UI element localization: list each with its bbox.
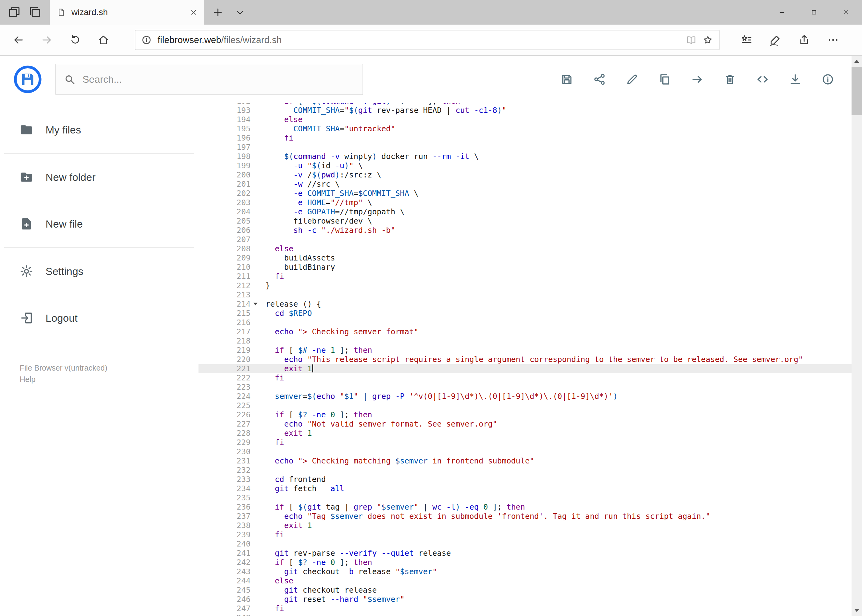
scroll-thumb[interactable] xyxy=(851,68,862,115)
code-line-193[interactable]: 193 COMMIT_SHA="$(git rev-parse HEAD | c… xyxy=(199,106,851,115)
code-line-236[interactable]: 236 if [ $(git tag | grep "$semver" | wc… xyxy=(199,503,851,512)
code-line-210[interactable]: 210 buildBinary xyxy=(199,262,851,272)
code-line-243[interactable]: 243 git checkout -b release "$semver" xyxy=(199,567,851,576)
move-button[interactable] xyxy=(691,73,704,86)
code-line-237[interactable]: 237 echo "Tag $semver does not exist in … xyxy=(199,512,851,521)
rename-button[interactable] xyxy=(626,73,638,86)
download-button[interactable] xyxy=(789,73,802,86)
code-line-238[interactable]: 238 exit 1 xyxy=(199,521,851,530)
code-line-232[interactable]: 232 xyxy=(199,466,851,475)
code-line-221[interactable]: 221 exit 1 xyxy=(199,364,851,373)
home-button[interactable] xyxy=(89,28,118,51)
code-line-207[interactable]: 207 xyxy=(199,235,851,244)
code-line-226[interactable]: 226 if [ $? -ne 0 ]; then xyxy=(199,410,851,420)
sidebar-item-new-file[interactable]: New file xyxy=(0,201,199,247)
code-line-211[interactable]: 211 fi xyxy=(199,272,851,281)
close-window-button[interactable] xyxy=(830,0,862,25)
tab-close-button[interactable] xyxy=(189,8,198,16)
back-button[interactable] xyxy=(4,28,33,51)
code-line-203[interactable]: 203 -e HOME="//tmp" \ xyxy=(199,198,851,207)
code-line-244[interactable]: 244 else xyxy=(199,576,851,586)
code-line-199[interactable]: 199 -u "$(id -u)" \ xyxy=(199,161,851,170)
code-editor[interactable]: 192 if [ "$(command -v git)" != "" ]; th… xyxy=(199,103,851,616)
sidebar-item-my-files[interactable]: My files xyxy=(0,107,199,153)
code-line-215[interactable]: 215 cd $REPO xyxy=(199,309,851,318)
browser-tab[interactable]: wizard.sh xyxy=(50,0,204,25)
sidebar-item-new-folder[interactable]: New folder xyxy=(0,154,199,201)
more-options-button[interactable] xyxy=(827,34,839,46)
code-line-235[interactable]: 235 xyxy=(199,493,851,503)
info-button[interactable] xyxy=(821,73,834,86)
code-line-192[interactable]: 192 if [ "$(command -v git)" != "" ]; th… xyxy=(199,103,851,106)
code-line-229[interactable]: 229 fi xyxy=(199,438,851,447)
help-link[interactable]: Help xyxy=(20,374,199,385)
code-line-231[interactable]: 231 echo "> Checking matching $semver in… xyxy=(199,456,851,466)
code-line-214[interactable]: 214release () { xyxy=(199,300,851,309)
code-line-217[interactable]: 217 echo "> Checking semver format" xyxy=(199,327,851,336)
code-line-196[interactable]: 196 fi xyxy=(199,134,851,143)
code-line-234[interactable]: 234 git fetch --all xyxy=(199,484,851,493)
minimize-button[interactable] xyxy=(766,0,798,25)
code-line-228[interactable]: 228 exit 1 xyxy=(199,429,851,438)
code-line-209[interactable]: 209 buildAssets xyxy=(199,253,851,262)
maximize-button[interactable] xyxy=(798,0,830,25)
code-line-227[interactable]: 227 echo "Not valid semver format. See s… xyxy=(199,420,851,429)
favorites-hub-button[interactable] xyxy=(740,34,752,46)
code-line-233[interactable]: 233 cd frontend xyxy=(199,475,851,484)
site-info-icon[interactable] xyxy=(141,35,152,46)
fold-marker-icon[interactable] xyxy=(253,303,258,305)
scrollbar[interactable] xyxy=(851,56,862,616)
code-line-194[interactable]: 194 else xyxy=(199,115,851,124)
code-line-204[interactable]: 204 -e GOPATH=//tmp/gopath \ xyxy=(199,207,851,217)
code-line-222[interactable]: 222 fi xyxy=(199,373,851,383)
code-line-198[interactable]: 198 $(command -v winpty) docker run --rm… xyxy=(199,152,851,161)
share-page-button[interactable] xyxy=(798,34,810,46)
share-button[interactable] xyxy=(593,73,606,86)
code-line-216[interactable]: 216 xyxy=(199,318,851,327)
code-line-230[interactable]: 230 xyxy=(199,447,851,456)
code-line-240[interactable]: 240 xyxy=(199,539,851,548)
reading-view-button[interactable] xyxy=(686,35,697,46)
tab-preview-toggle[interactable] xyxy=(234,6,246,18)
code-line-218[interactable]: 218 xyxy=(199,336,851,346)
refresh-button[interactable] xyxy=(61,28,89,51)
copy-button[interactable] xyxy=(658,73,671,86)
code-line-224[interactable]: 224 semver=$(echo "$1" | grep -P '^v(0|[… xyxy=(199,392,851,401)
code-line-242[interactable]: 242 if [ $? -ne 0 ]; then xyxy=(199,558,851,567)
delete-button[interactable] xyxy=(723,73,736,86)
code-line-241[interactable]: 241 git rev-parse --verify --quiet relea… xyxy=(199,548,851,558)
code-line-247[interactable]: 247 fi xyxy=(199,604,851,613)
add-favorite-button[interactable] xyxy=(702,35,713,46)
code-line-248[interactable]: 248 xyxy=(199,613,851,616)
tabs-set-aside-button[interactable] xyxy=(28,6,41,19)
scroll-up-button[interactable] xyxy=(851,56,862,67)
scroll-down-button[interactable] xyxy=(851,605,862,616)
code-line-206[interactable]: 206 sh -c "./wizard.sh -b" xyxy=(199,226,851,235)
search-input[interactable] xyxy=(82,74,355,85)
editor-mode-button[interactable] xyxy=(756,73,769,86)
address-bar[interactable]: filebrowser.web/files/wizard.sh xyxy=(135,30,720,50)
code-line-220[interactable]: 220 echo "This release script requires a… xyxy=(199,355,851,364)
save-button[interactable] xyxy=(560,73,573,86)
code-line-208[interactable]: 208 else xyxy=(199,244,851,253)
code-line-212[interactable]: 212} xyxy=(199,281,851,290)
sidebar-item-settings[interactable]: Settings xyxy=(0,248,199,295)
code-line-239[interactable]: 239 fi xyxy=(199,530,851,539)
code-line-195[interactable]: 195 COMMIT_SHA="untracked" xyxy=(199,124,851,134)
code-line-246[interactable]: 246 git reset --hard "$semver" xyxy=(199,595,851,604)
code-line-225[interactable]: 225 xyxy=(199,401,851,410)
forward-button[interactable] xyxy=(33,28,61,51)
code-line-202[interactable]: 202 -e COMMIT_SHA=$COMMIT_SHA \ xyxy=(199,189,851,198)
code-line-213[interactable]: 213 xyxy=(199,290,851,300)
code-line-219[interactable]: 219 if [ $# -ne 1 ]; then xyxy=(199,346,851,355)
set-tabs-aside-button[interactable] xyxy=(8,6,20,19)
code-line-197[interactable]: 197 xyxy=(199,143,851,152)
code-line-205[interactable]: 205 filebrowser/dev \ xyxy=(199,217,851,226)
annotate-button[interactable] xyxy=(769,34,782,46)
code-line-201[interactable]: 201 -w //src \ xyxy=(199,179,851,189)
code-line-223[interactable]: 223 xyxy=(199,383,851,392)
code-line-245[interactable]: 245 git checkout release xyxy=(199,586,851,595)
code-line-200[interactable]: 200 -v /$(pwd):/src:z \ xyxy=(199,170,851,179)
search-box[interactable] xyxy=(55,64,363,95)
new-tab-button[interactable] xyxy=(212,6,224,18)
